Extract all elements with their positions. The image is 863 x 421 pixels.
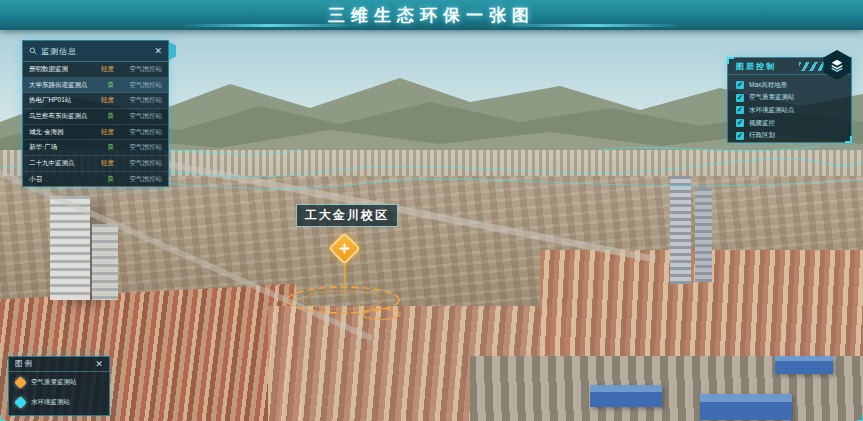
marker-stem [344,262,346,300]
station-row[interactable]: 乌兰察布东街监测点良空气国控站 [23,109,168,125]
layer-item[interactable]: ✓视频监控 [736,117,843,130]
station-marker-glyph [14,376,27,389]
white-highrise [92,224,118,300]
station-aqi-level: 良 [92,81,114,90]
layer-item[interactable]: ✓水环境监测站点 [736,104,843,117]
station-type: 空气国控站 [114,128,162,137]
legend-panel-header: 图例 ✕ [9,357,109,372]
station-list-panel: 监测信息 ✕ 景明数据监测轻度空气国控站大学东路街道监测点良空气国控站热电厂HP… [22,40,169,187]
gray-tower [695,188,712,282]
layer-item[interactable]: ✓Max高程地形 [736,79,843,92]
legend-list: 空气质量监测站水环境监测站 [9,372,109,412]
station-aqi-level: 轻度 [92,96,114,105]
blue-roof-warehouse [590,385,662,407]
blue-roof-warehouse [700,394,792,420]
legend-panel-title: 图例 [15,359,95,369]
station-aqi-level: 轻度 [92,65,114,74]
blue-roof-warehouse [775,356,833,374]
station-type: 空气国控站 [114,112,162,121]
layer-item[interactable]: ✓行政区划 [736,129,843,142]
station-type: 空气国控站 [114,159,162,168]
checkbox-checked-icon[interactable]: ✓ [736,132,744,140]
layer-label: 水环境监测站点 [749,106,795,115]
station-aqi-level: 良 [92,175,114,184]
station-type: 空气国控站 [114,96,162,105]
layer-list: ✓Max高程地形✓空气质量监测站✓水环境监测站点✓视频监控✓行政区划 [728,75,851,146]
station-list: 景明数据监测轻度空气国控站大学东路街道监测点良空气国控站热电厂HP01站轻度空气… [23,62,168,186]
page-title: 三维生态环保一张图 [328,4,535,27]
station-type: 空气国控站 [114,65,162,74]
station-type: 空气国控站 [114,143,162,152]
checkbox-checked-icon[interactable]: ✓ [736,94,744,102]
station-aqi-level: 良 [92,112,114,121]
windmill-icon [338,242,351,255]
checkbox-checked-icon[interactable]: ✓ [736,106,744,114]
station-name: 二十九中监测点 [29,159,92,168]
legend-label: 空气质量监测站 [31,378,77,387]
station-aqi-level: 轻度 [92,128,114,137]
layer-panel-title: 图层控制 [736,61,776,72]
station-name: 新华·广场 [29,143,92,152]
station-name: 乌兰察布东街监测点 [29,112,92,121]
layer-label: Max高程地形 [749,81,787,90]
close-icon[interactable]: ✕ [154,47,162,56]
station-type: 空气国控站 [114,175,162,184]
legend-item: 水环境监测站 [9,392,109,412]
station-name: 城北·金海园 [29,128,92,137]
close-icon[interactable]: ✕ [95,360,103,369]
station-aqi-level: 轻度 [92,159,114,168]
station-name: 景明数据监测 [29,65,92,74]
station-row[interactable]: 新华·广场良空气国控站 [23,140,168,156]
station-row[interactable]: 大学东路街道监测点良空气国控站 [23,78,168,94]
app-header: 三维生态环保一张图 [0,0,863,30]
checkbox-checked-icon[interactable]: ✓ [736,81,744,89]
layer-label: 行政区划 [749,131,775,140]
checkbox-checked-icon[interactable]: ✓ [736,119,744,127]
corner-decor [845,136,852,143]
station-map-label-text: 工大金川校区 [305,208,389,222]
station-type: 空气国控站 [114,81,162,90]
station-panel-header: 监测信息 ✕ [23,41,168,62]
layer-item[interactable]: ✓空气质量监测站 [736,92,843,105]
station-row[interactable]: 城北·金海园轻度空气国控站 [23,125,168,141]
map-legend-panel: 图例 ✕ 空气质量监测站水环境监测站 [8,356,110,416]
station-row[interactable]: 二十九中监测点轻度空气国控站 [23,156,168,172]
station-row[interactable]: 小召良空气国控站 [23,172,168,186]
corner-decor [0,415,6,421]
app-root: 工大金川校区 三维生态环保一张图 监测信息 ✕ 景明数据监测轻度空气国控站大学东… [0,0,863,421]
station-marker-glyph [14,396,27,409]
legend-label: 水环境监测站 [31,398,70,407]
layer-label: 视频监控 [749,119,775,128]
station-map-label[interactable]: 工大金川校区 [296,204,398,227]
corner-decor [857,415,863,421]
station-row[interactable]: 景明数据监测轻度空气国控站 [23,62,168,78]
station-aqi-level: 良 [92,143,114,152]
search-icon [29,47,37,55]
gray-tower [670,176,691,284]
layer-label: 空气质量监测站 [749,93,795,102]
station-row[interactable]: 热电厂HP01站轻度空气国控站 [23,93,168,109]
station-name: 热电厂HP01站 [29,96,92,105]
legend-item: 空气质量监测站 [9,372,109,392]
station-name: 小召 [29,175,92,184]
station-name: 大学东路街道监测点 [29,81,92,90]
station-panel-title: 监测信息 [41,46,150,57]
